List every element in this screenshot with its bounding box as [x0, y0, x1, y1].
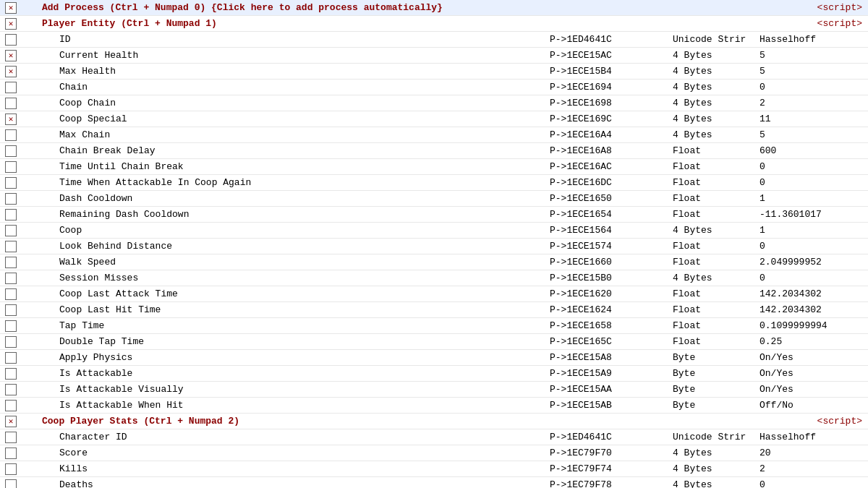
group2-check[interactable]: ✕: [0, 416, 22, 427]
row-name: Score: [22, 448, 550, 458]
table-row[interactable]: Coop Last Attack TimeP->1ECE1620Float142…: [0, 286, 868, 302]
checkbox-empty-icon: [5, 82, 17, 93]
table-row[interactable]: Chain Break DelayP->1ECE16A8Float600: [0, 143, 868, 159]
table-row[interactable]: Dash CooldownP->1ECE1650Float1: [0, 191, 868, 207]
row-type: Float: [673, 193, 760, 204]
table-row[interactable]: Coop ChainP->1ECE16984 Bytes2: [0, 95, 868, 111]
checkbox-empty-icon: [5, 161, 17, 173]
row-check[interactable]: ✕: [0, 114, 22, 125]
row-check[interactable]: [0, 34, 22, 46]
row-check[interactable]: [0, 98, 22, 109]
table-row[interactable]: Is Attackable When HitP->1ECE15ABByteOff…: [0, 398, 868, 414]
table-row[interactable]: ✕Current HealthP->1ECE15AC4 Bytes5: [0, 48, 868, 64]
row-name: Is Attackable When Hit: [22, 400, 550, 411]
row-addr: P->1ECE15AC: [550, 50, 673, 61]
table-row[interactable]: Look Behind DistanceP->1ECE1574Float0: [0, 239, 868, 254]
row-check[interactable]: [0, 145, 22, 157]
row-check[interactable]: [0, 209, 22, 221]
row-check[interactable]: [0, 448, 22, 459]
row-check[interactable]: [0, 320, 22, 332]
checkbox-empty-icon: [5, 34, 17, 46]
row-check[interactable]: [0, 479, 22, 489]
row-type: Float: [673, 209, 760, 220]
row-check[interactable]: [0, 400, 22, 411]
row-addr: P->1ECE169C: [550, 114, 673, 124]
table-row[interactable]: Remaining Dash CooldownP->1ECE1654Float-…: [0, 207, 868, 223]
row-check[interactable]: [0, 225, 22, 236]
group1-header[interactable]: ✕ Player Entity (Ctrl + Numpad 1) <scrip…: [0, 16, 868, 32]
table-row[interactable]: Time When Attackable In Coop AgainP->1EC…: [0, 175, 868, 191]
add-process-label[interactable]: Add Process (Ctrl + Numpad 0) {Click her…: [22, 2, 492, 13]
row-type: 4 Bytes: [673, 273, 760, 283]
row-name: Current Health: [22, 50, 550, 61]
row-value: 142.2034302: [760, 288, 868, 299]
table-row[interactable]: Coop Last Hit TimeP->1ECE1624Float142.20…: [0, 302, 868, 318]
row-check[interactable]: [0, 193, 22, 205]
row-check[interactable]: [0, 288, 22, 300]
row-check[interactable]: [0, 368, 22, 380]
add-process-row[interactable]: ✕ Add Process (Ctrl + Numpad 0) {Click h…: [0, 0, 868, 16]
table-row[interactable]: Tap TimeP->1ECE1658Float0.1099999994: [0, 318, 868, 334]
table-row[interactable]: ScoreP->1EC79F704 Bytes20: [0, 445, 868, 461]
table-row[interactable]: KillsP->1EC79F744 Bytes2: [0, 461, 868, 477]
table-row[interactable]: Is AttackableP->1ECE15A9ByteOn/Yes: [0, 366, 868, 382]
table-row[interactable]: CoopP->1ECE15644 Bytes1: [0, 223, 868, 239]
row-name: Look Behind Distance: [22, 241, 550, 252]
row-check[interactable]: [0, 257, 22, 268]
table-row[interactable]: IDP->1ED4641CUnicode StrirHasselhoff: [0, 32, 868, 48]
row-type: 4 Bytes: [673, 225, 760, 236]
row-check[interactable]: [0, 352, 22, 364]
row-check[interactable]: ✕: [0, 50, 22, 61]
checkbox-empty-icon: [5, 368, 17, 380]
table-row[interactable]: Is Attackable VisuallyP->1ECE15AAByteOn/…: [0, 382, 868, 398]
row-check[interactable]: [0, 82, 22, 93]
row-type: Float: [673, 336, 760, 347]
checkbox-empty-icon: [5, 257, 17, 268]
row-name: Is Attackable Visually: [22, 384, 550, 395]
group1-script: <script>: [810, 18, 868, 29]
row-check[interactable]: [0, 273, 22, 284]
table-row[interactable]: Character IDP->1ED4641CUnicode StrirHass…: [0, 429, 868, 445]
row-name: Coop: [22, 225, 550, 236]
add-process-check[interactable]: ✕: [0, 2, 22, 14]
row-addr: P->1ED4641C: [550, 432, 673, 442]
row-check[interactable]: [0, 129, 22, 141]
table-row[interactable]: Time Until Chain BreakP->1ECE16ACFloat0: [0, 159, 868, 175]
row-check[interactable]: [0, 161, 22, 173]
table-row[interactable]: Double Tap TimeP->1ECE165CFloat0.25: [0, 334, 868, 350]
checkbox-empty-icon: [5, 273, 17, 284]
group2-header[interactable]: ✕ Coop Player Stats (Ctrl + Numpad 2) <s…: [0, 414, 868, 429]
row-check[interactable]: [0, 432, 22, 443]
row-check[interactable]: [0, 463, 22, 475]
row-check[interactable]: [0, 177, 22, 189]
row-check[interactable]: [0, 241, 22, 252]
checkbox-empty-icon: [5, 479, 17, 489]
checkbox-x-icon: ✕: [5, 50, 17, 61]
row-name: Chain: [22, 82, 550, 93]
table-row[interactable]: ChainP->1ECE16944 Bytes0: [0, 80, 868, 95]
table-row[interactable]: Session MissesP->1ECE15B04 Bytes0: [0, 270, 868, 286]
row-type: 4 Bytes: [673, 66, 760, 77]
checkbox-empty-icon: [5, 448, 17, 459]
row-type: Unicode Strir: [673, 34, 760, 45]
group1-check[interactable]: ✕: [0, 18, 22, 30]
checkbox-empty-icon: [5, 209, 17, 221]
row-check[interactable]: [0, 384, 22, 395]
row-check[interactable]: [0, 336, 22, 348]
row-type: Float: [673, 161, 760, 172]
table-row[interactable]: Walk SpeedP->1ECE1660Float2.049999952: [0, 254, 868, 270]
table-row[interactable]: ✕Coop SpecialP->1ECE169C4 Bytes11: [0, 111, 868, 127]
row-value: 5: [760, 50, 868, 61]
table-row[interactable]: DeathsP->1EC79F784 Bytes0: [0, 477, 868, 488]
table-row[interactable]: ✕Max HealthP->1ECE15B44 Bytes5: [0, 64, 868, 80]
row-addr: P->1ECE16A8: [550, 145, 673, 156]
row-type: Float: [673, 288, 760, 299]
row-name: Character ID: [22, 432, 550, 442]
table-row[interactable]: Apply PhysicsP->1ECE15A8ByteOn/Yes: [0, 350, 868, 366]
row-check[interactable]: ✕: [0, 66, 22, 77]
table-row[interactable]: Max ChainP->1ECE16A44 Bytes5: [0, 127, 868, 143]
checkbox-empty-icon: [5, 129, 17, 141]
row-name: Tap Time: [22, 320, 550, 331]
checkbox-empty-icon: [5, 400, 17, 411]
row-check[interactable]: [0, 304, 22, 316]
